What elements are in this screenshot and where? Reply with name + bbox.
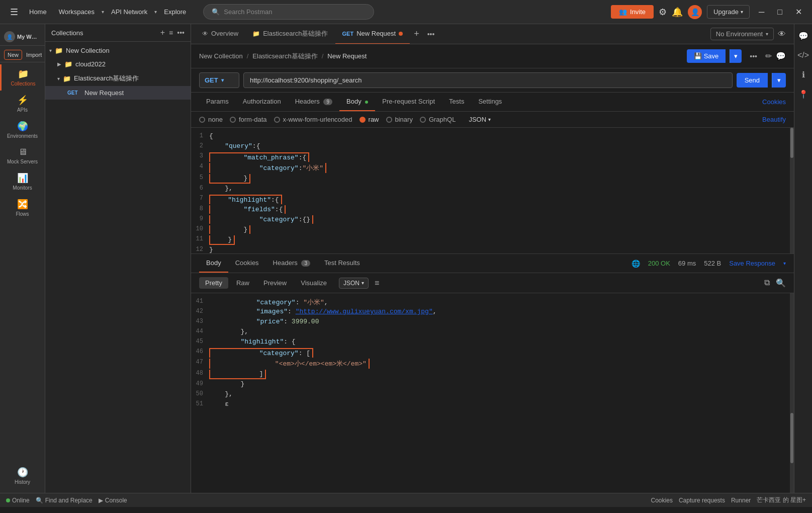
copy-response-icon[interactable]: ⧉	[764, 278, 770, 288]
bell-icon[interactable]: 🔔	[672, 7, 683, 18]
req-tab-body[interactable]: Body	[339, 93, 375, 111]
filter-icon[interactable]: ≡	[375, 279, 379, 288]
invite-button[interactable]: 👥 Invite	[611, 5, 654, 19]
right-icon-panel: 💬 </> ℹ 📍	[794, 24, 812, 493]
req-tab-settings[interactable]: Settings	[471, 93, 509, 111]
nav-api-network[interactable]: API Network	[106, 6, 152, 18]
send-dropdown-button[interactable]: ▾	[772, 73, 786, 88]
elasticsearch-tab-icon: 📁	[252, 30, 260, 37]
radio-graphql-dot	[420, 117, 426, 123]
environment-icon[interactable]: 👁	[774, 28, 790, 41]
res-line-num-49: 49	[191, 380, 209, 387]
tree-item-new-request[interactable]: GET New Request	[45, 86, 191, 100]
res-opt-preview[interactable]: Preview	[257, 277, 293, 289]
comment-icon[interactable]: 💬	[776, 51, 786, 61]
radio-graphql[interactable]: GraphQL	[420, 116, 456, 123]
save-response-button[interactable]: Save Response	[729, 260, 775, 267]
sidebar-item-flows[interactable]: 🔀 Flows	[0, 195, 45, 221]
method-select[interactable]: GET ▾	[199, 72, 239, 88]
tab-add-button[interactable]: +	[410, 27, 423, 41]
minimize-button[interactable]: ─	[755, 6, 768, 19]
find-replace-button[interactable]: 🔍 Find and Replace	[36, 497, 93, 504]
response-scrollbar[interactable]	[790, 293, 794, 493]
sidebar-item-monitors[interactable]: 📊 Monitors	[0, 168, 45, 195]
runner-button[interactable]: Runner	[731, 497, 751, 504]
nav-workspaces[interactable]: Workspaces	[54, 6, 100, 18]
sidebar-item-history[interactable]: 🕐 History	[0, 463, 45, 489]
new-button[interactable]: New	[4, 50, 22, 60]
nav-home[interactable]: Home	[24, 6, 52, 18]
res-opt-raw[interactable]: Raw	[230, 277, 255, 289]
res-tab-headers[interactable]: Headers 3	[266, 254, 317, 273]
radio-binary[interactable]: binary	[386, 116, 413, 123]
response-code[interactable]: 41 "category": "小米", 42 "images": "http:…	[191, 293, 794, 493]
json-format-select[interactable]: JSON ▾	[469, 116, 491, 123]
req-tab-authorization[interactable]: Authorization	[236, 93, 288, 111]
res-json-format[interactable]: JSON ▾	[339, 278, 369, 289]
right-panel-comments-icon[interactable]: 💬	[795, 28, 811, 44]
beautify-button[interactable]: Beautify	[762, 116, 786, 123]
res-opt-visualize[interactable]: Visualize	[295, 277, 333, 289]
res-line-num-41: 41	[191, 298, 209, 305]
sidebar-item-mock-servers[interactable]: 🖥 Mock Servers	[0, 143, 45, 168]
right-panel-code-icon[interactable]: </>	[794, 48, 812, 63]
search-response-icon[interactable]: 🔍	[776, 278, 786, 288]
res-tab-body[interactable]: Body	[199, 254, 228, 273]
tab-overview[interactable]: 👁 Overview	[195, 24, 245, 44]
sidebar-item-collections[interactable]: 📁 Collections	[0, 64, 45, 91]
breadcrumb-elasticsearch[interactable]: Elasticsearch基础操作	[252, 52, 317, 61]
avatar-icon[interactable]: 👤	[688, 5, 702, 19]
radio-raw[interactable]: raw	[359, 116, 379, 123]
line-content-12: }	[209, 246, 213, 253]
right-panel-info-icon[interactable]: ℹ	[799, 67, 808, 82]
sidebar-item-apis[interactable]: ⚡ APIs	[0, 91, 45, 117]
send-button[interactable]: Send	[737, 73, 768, 88]
tab-new-request[interactable]: GET New Request	[335, 24, 410, 44]
tab-more-button[interactable]: •••	[423, 28, 439, 40]
tree-item-cloud2022[interactable]: ▶ 📁 cloud2022	[45, 57, 191, 71]
url-input[interactable]	[243, 72, 733, 88]
req-tab-pre-request[interactable]: Pre-request Script	[375, 93, 442, 111]
online-indicator[interactable]: Online	[6, 497, 30, 504]
request-body-editor[interactable]: 1 { 2 "query":{ 3 "match_phrase":{ 4	[191, 128, 794, 253]
maximize-button[interactable]: □	[773, 6, 786, 19]
search-box[interactable]: 🔍 Search Postman	[203, 4, 374, 20]
req-tab-headers[interactable]: Headers 9	[288, 93, 339, 111]
menu-icon[interactable]: ☰	[6, 5, 22, 20]
tab-elasticsearch[interactable]: 📁 Elasticsearch基础操作	[245, 24, 335, 44]
close-button[interactable]: ✕	[791, 5, 806, 19]
res-tab-cookies[interactable]: Cookies	[228, 254, 266, 273]
capture-requests-button[interactable]: Capture requests	[679, 497, 725, 504]
sidebar-item-environments[interactable]: 🌍 Environments	[0, 117, 45, 143]
cookies-link[interactable]: Cookies	[762, 98, 786, 106]
panel-add-icon[interactable]: +	[160, 28, 165, 37]
save-response-chevron[interactable]: ▾	[783, 261, 786, 266]
breadcrumb-more-icon[interactable]: •••	[746, 50, 761, 62]
radio-form-data[interactable]: form-data	[230, 116, 267, 123]
nav-explore[interactable]: Explore	[159, 6, 191, 18]
tree-item-elasticsearch[interactable]: ▾ 📁 Elasticsearch基础操作	[45, 71, 191, 86]
res-tab-test-results[interactable]: Test Results	[317, 254, 367, 273]
console-button[interactable]: ▶ Console	[99, 497, 127, 504]
save-dropdown-button[interactable]: ▾	[730, 49, 742, 63]
breadcrumb-new-collection[interactable]: New Collection	[199, 52, 243, 60]
settings-icon[interactable]: ⚙	[659, 7, 667, 18]
radio-urlencoded[interactable]: x-www-form-urlencoded	[274, 116, 352, 123]
editor-scrollbar[interactable]	[790, 128, 794, 253]
panel-title: Collections	[51, 29, 156, 37]
cookies-bottom-button[interactable]: Cookies	[651, 497, 673, 504]
panel-more-icon[interactable]: •••	[177, 29, 185, 37]
res-line-45: 45 "highlight": {	[191, 337, 794, 348]
save-button[interactable]: 💾 Save	[687, 49, 726, 63]
panel-filter-icon[interactable]: ≡	[169, 29, 173, 37]
req-tab-tests[interactable]: Tests	[442, 93, 471, 111]
tree-item-new-collection[interactable]: ▾ 📁 New Collection	[45, 44, 191, 57]
right-panel-location-icon[interactable]: 📍	[795, 87, 811, 102]
import-button[interactable]: Import	[24, 50, 44, 60]
no-environment[interactable]: No Environment ▾	[710, 28, 774, 40]
upgrade-button[interactable]: Upgrade ▾	[707, 5, 750, 19]
radio-none[interactable]: none	[199, 116, 223, 123]
req-tab-params[interactable]: Params	[199, 93, 236, 111]
edit-icon[interactable]: ✏	[765, 51, 772, 61]
res-opt-pretty[interactable]: Pretty	[199, 277, 228, 289]
